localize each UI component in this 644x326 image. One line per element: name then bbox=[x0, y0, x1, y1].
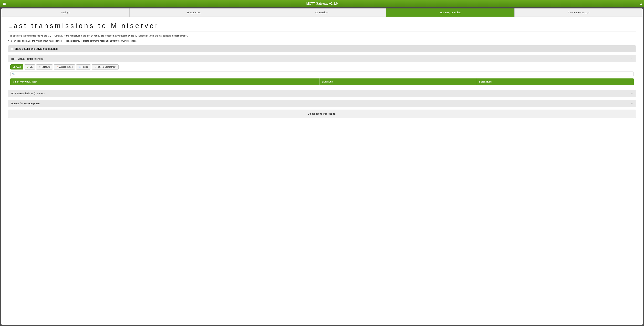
udp-section-title: UDP Transmissions (0 entries) bbox=[11, 92, 44, 95]
header-bar: ☰ MQTT Gateway v2.1.0 ℹ bbox=[0, 0, 644, 7]
search-bar: 🔍 bbox=[10, 72, 634, 76]
tab-subscriptions[interactable]: Subscriptions bbox=[130, 8, 258, 16]
filter-access-denied-label: Access denied bbox=[59, 66, 72, 68]
table-col-arrived-header: Last arrived bbox=[477, 78, 634, 85]
table-header: Miniserver Virtual Input Last value Last… bbox=[10, 78, 634, 85]
filter-not-sent-yet[interactable]: ○ Not sent yet (cached) bbox=[92, 64, 118, 69]
app-title: MQTT Gateway v2.1.0 bbox=[306, 2, 338, 5]
tab-incoming-overview[interactable]: Incoming overview bbox=[386, 8, 514, 16]
table-col-value-header: Last value bbox=[320, 78, 477, 85]
ok-icon: ✔ bbox=[27, 66, 29, 68]
tab-conversions[interactable]: Conversions bbox=[258, 8, 386, 16]
description-2: You can copy and paste the 'Virtual Inpu… bbox=[8, 39, 636, 43]
filter-not-sent-label: Not sent yet (cached) bbox=[97, 66, 116, 68]
desc1-plain: This page lists the transmissions via th… bbox=[8, 34, 114, 37]
http-section: HTTP Virtual Inputs (8 entries) ⌃ Show A… bbox=[8, 55, 636, 87]
http-section-title: HTTP Virtual Inputs (8 entries) bbox=[11, 57, 44, 60]
delete-cache-button[interactable]: Delete cache (for testing) bbox=[8, 110, 636, 118]
filter-show-all[interactable]: Show All bbox=[10, 64, 23, 69]
donate-section-header[interactable]: Donate for test equipment ⌄ bbox=[8, 100, 636, 107]
content-area: Last transmissions to Miniserver This pa… bbox=[1, 17, 643, 325]
cached-icon: ○ bbox=[94, 66, 96, 68]
desc1-end: (as long as you have text selected, upda… bbox=[137, 34, 188, 37]
info-icon[interactable]: ℹ bbox=[640, 1, 642, 6]
filter-ok-label: OK bbox=[30, 66, 32, 68]
main-container: Settings Subscriptions Conversions Incom… bbox=[1, 8, 643, 325]
http-section-content: Show All ✔ OK ✖ Not found ⊘ Access denie… bbox=[8, 62, 636, 87]
search-icon: 🔍 bbox=[12, 73, 15, 75]
filter-ok[interactable]: ✔ OK bbox=[24, 64, 35, 69]
udp-section: UDP Transmissions (0 entries) ⌄ bbox=[8, 90, 636, 97]
search-input[interactable] bbox=[16, 73, 632, 75]
menu-icon[interactable]: ☰ bbox=[2, 1, 6, 6]
filter-access-denied[interactable]: ⊘ Access denied bbox=[54, 64, 75, 69]
tab-settings[interactable]: Settings bbox=[1, 8, 130, 16]
filter-filtered-label: Filtered bbox=[82, 66, 88, 68]
advanced-settings-checkbox[interactable] bbox=[11, 48, 13, 50]
nav-tabs: Settings Subscriptions Conversions Incom… bbox=[1, 8, 643, 17]
filtered-icon: ◎ bbox=[78, 66, 81, 68]
tab-transformers-logs[interactable]: Transformers & Logs bbox=[514, 8, 643, 16]
udp-section-header[interactable]: UDP Transmissions (0 entries) ⌄ bbox=[8, 90, 636, 97]
advanced-settings-label: Show details and advanced settings bbox=[14, 47, 58, 50]
http-section-chevron: ⌃ bbox=[631, 57, 633, 60]
filter-buttons: Show All ✔ OK ✖ Not found ⊘ Access denie… bbox=[10, 64, 634, 69]
page-title: Last transmissions to Miniserver bbox=[8, 22, 636, 31]
donate-section-title: Donate for test equipment bbox=[11, 102, 40, 105]
filter-not-found[interactable]: ✖ Not found bbox=[36, 64, 53, 69]
description-1: This page lists the transmissions via th… bbox=[8, 34, 636, 37]
http-section-header[interactable]: HTTP Virtual Inputs (8 entries) ⌃ bbox=[8, 55, 636, 62]
table-col-input-header: Miniserver Virtual Input bbox=[10, 78, 320, 85]
advanced-settings-toggle[interactable]: Show details and advanced settings bbox=[8, 45, 636, 52]
filter-not-found-label: Not found bbox=[42, 66, 50, 68]
donate-section: Donate for test equipment ⌄ bbox=[8, 100, 636, 107]
desc1-italic: automatically on-the-fly bbox=[114, 34, 137, 37]
not-found-icon: ✖ bbox=[38, 66, 41, 68]
donate-section-chevron: ⌄ bbox=[631, 102, 633, 105]
access-denied-icon: ⊘ bbox=[56, 66, 58, 68]
filter-filtered[interactable]: ◎ Filtered bbox=[76, 64, 91, 69]
udp-section-chevron: ⌄ bbox=[631, 92, 633, 95]
